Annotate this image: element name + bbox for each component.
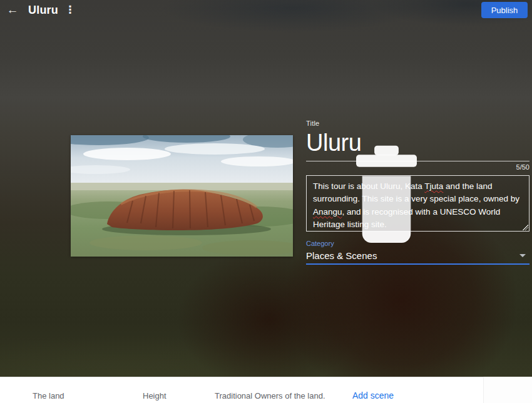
tour-editor-window: ← Uluru ⋮ Publish xyxy=(0,0,532,403)
cover-photo-image xyxy=(71,135,293,257)
tour-details-form: Title Uluru 5/50 This tour is about Ulur… xyxy=(306,120,529,265)
cover-photo-card[interactable] xyxy=(71,135,293,257)
description-textarea[interactable]: This tour is about Uluru, Kata Tjuta and… xyxy=(306,175,529,232)
scene-strip-right-pane xyxy=(483,377,532,403)
title-input-underline xyxy=(306,161,529,161)
scene-item-the-land[interactable]: The land xyxy=(33,391,64,400)
title-field-label: Title xyxy=(306,120,529,127)
page-title: Uluru xyxy=(28,4,58,17)
delete-cover-photo-button[interactable] xyxy=(275,140,288,152)
title-char-counter: 5/50 xyxy=(306,163,529,171)
misspelled-word: Tjuta xyxy=(424,181,443,191)
scene-item-traditional-owners[interactable]: Traditional Owners of the land. xyxy=(215,391,325,400)
category-underline xyxy=(306,263,529,265)
scene-strip: The land Height Traditional Owners of th… xyxy=(0,377,532,403)
kebab-menu-icon[interactable]: ⋮ xyxy=(64,3,76,18)
chevron-down-icon xyxy=(519,254,526,257)
misspelled-word: Anangu xyxy=(313,207,342,217)
category-selected-value: Places & Scenes xyxy=(306,250,529,262)
title-input[interactable]: Uluru xyxy=(306,128,529,158)
publish-button[interactable]: Publish xyxy=(481,2,528,18)
textarea-resize-handle[interactable] xyxy=(523,225,528,230)
category-field-label: Category xyxy=(306,240,529,247)
back-arrow-icon[interactable]: ← xyxy=(5,3,20,18)
category-select[interactable]: Category Places & Scenes xyxy=(306,240,529,265)
scene-item-height[interactable]: Height xyxy=(143,391,166,400)
top-bar: ← Uluru ⋮ Publish xyxy=(0,0,532,20)
add-scene-button[interactable]: Add scene xyxy=(352,390,394,400)
description-text: This tour is about Uluru, Kata xyxy=(313,181,424,191)
